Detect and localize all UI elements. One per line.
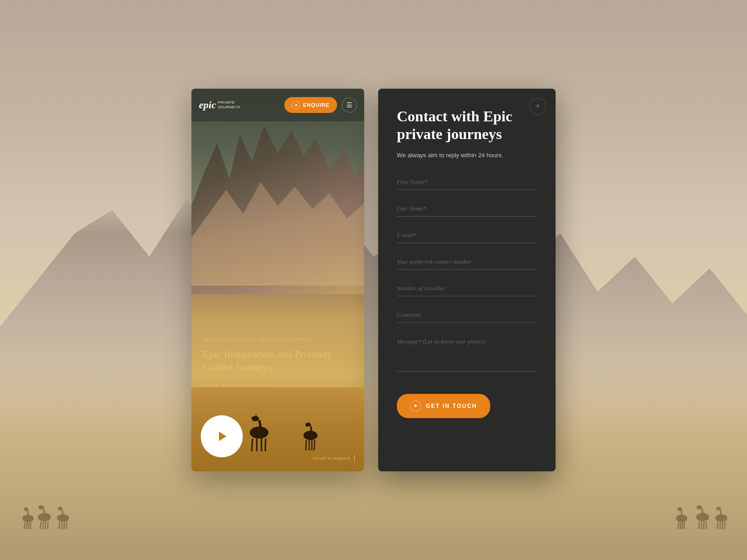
- left-panel: epic PRIVATE JOURNEYS ✦ ENQUIRE ☰ BESPOK…: [191, 89, 364, 471]
- lp-scroll-text: Scroll to explore: [312, 456, 351, 461]
- close-button[interactable]: ×: [529, 98, 546, 115]
- lp-header-right: ✦ ENQUIRE ☰: [284, 97, 357, 113]
- svg-line-65: [306, 440, 306, 450]
- play-icon: [219, 432, 226, 441]
- continent-input[interactable]: [397, 308, 537, 323]
- close-icon: ×: [536, 103, 540, 110]
- lp-logo-text: PRIVATE JOURNEYS: [218, 100, 240, 109]
- lp-header: epic PRIVATE JOURNEYS ✦ ENQUIRE ☰: [191, 89, 364, 121]
- submit-label: GET IN TOUCH: [426, 403, 477, 409]
- lp-menu-button[interactable]: ☰: [342, 98, 357, 112]
- lp-video-button[interactable]: [201, 415, 243, 457]
- email-field: [397, 228, 537, 243]
- last-name-input[interactable]: [397, 201, 537, 217]
- lp-subtitle: BESPOKE SAFARIS AND ADVENTURES: [203, 337, 353, 342]
- lp-mountains: [191, 117, 364, 294]
- phone-field: [397, 254, 537, 270]
- email-input[interactable]: [397, 228, 537, 243]
- right-panel: × Contact with Epic private journeys We …: [378, 89, 556, 471]
- lp-enquire-icon: ✦: [292, 101, 300, 109]
- phone-input[interactable]: [397, 254, 537, 270]
- last-name-field: [397, 201, 537, 217]
- svg-line-59: [265, 439, 266, 451]
- travellers-input[interactable]: [397, 281, 537, 296]
- lp-enquire-button[interactable]: ✦ ENQUIRE: [284, 97, 337, 113]
- menu-icon: ☰: [346, 101, 352, 109]
- continent-field: [397, 308, 537, 323]
- lp-scroll: Scroll to explore: [312, 455, 355, 462]
- first-name-input[interactable]: [397, 175, 537, 190]
- svg-line-68: [314, 440, 315, 450]
- lp-enquire-label: ENQUIRE: [303, 102, 330, 108]
- svg-point-60: [303, 431, 317, 440]
- form-subtitle: We always aim to reply within 24 hours.: [397, 151, 537, 160]
- travellers-field: [397, 281, 537, 296]
- form-title: Contact with Epic private journeys: [397, 107, 537, 143]
- lp-logo: epic PRIVATE JOURNEYS: [199, 99, 240, 111]
- submit-button[interactable]: ✦ GET IN TOUCH: [397, 394, 490, 418]
- lp-play-button[interactable]: [201, 415, 243, 457]
- lp-scroll-line: [354, 455, 355, 462]
- lp-title: Epic Independent and Privately Guided Jo…: [203, 348, 353, 374]
- lp-logo-epic: epic: [199, 99, 216, 111]
- message-field: [397, 334, 537, 373]
- submit-icon: ✦: [410, 400, 421, 412]
- main-layout: epic PRIVATE JOURNEYS ✦ ENQUIRE ☰ BESPOK…: [0, 0, 747, 560]
- first-name-field: [397, 175, 537, 190]
- message-textarea[interactable]: [397, 334, 537, 371]
